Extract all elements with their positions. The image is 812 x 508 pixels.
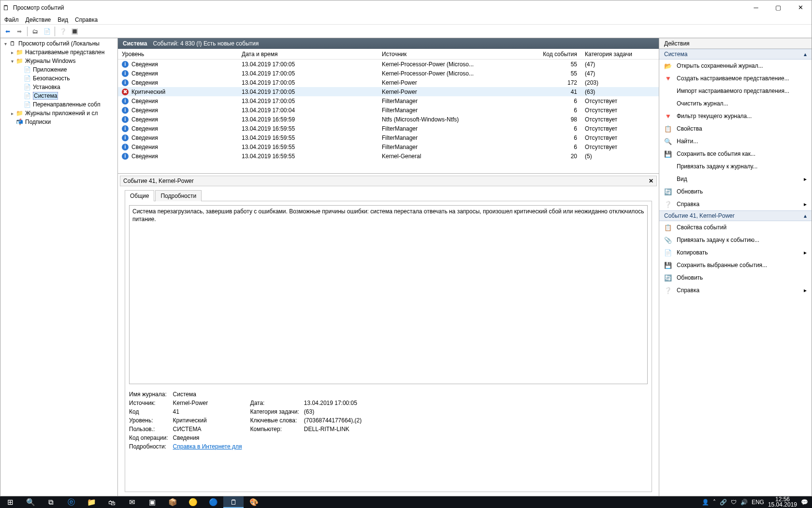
action-item[interactable]: 🔄Обновить bbox=[659, 185, 812, 198]
expand-icon[interactable]: ▾ bbox=[2, 41, 9, 46]
taskbar-eventviewer[interactable]: 🗒 bbox=[223, 496, 244, 508]
grid-body[interactable]: iСведения13.04.2019 17:00:05Kernel-Proce… bbox=[118, 60, 659, 173]
event-row[interactable]: iСведения13.04.2019 16:59:55FilterManage… bbox=[118, 124, 659, 133]
tray-volume-icon[interactable]: 🔊 bbox=[740, 499, 748, 506]
col-date[interactable]: Дата и время bbox=[238, 49, 378, 59]
tree-item[interactable]: 📄Система bbox=[0, 91, 117, 100]
event-row[interactable]: iСведения13.04.2019 16:59:55FilterManage… bbox=[118, 133, 659, 142]
taskbar-store[interactable]: 🛍 bbox=[102, 496, 122, 508]
tray-chevron-icon[interactable]: ˄ bbox=[713, 499, 716, 506]
event-properties: Имя журнала: Система Источник: Kernel-Po… bbox=[129, 390, 648, 451]
tab-general[interactable]: Общие bbox=[125, 190, 154, 201]
help-button[interactable]: ❔ bbox=[58, 26, 68, 37]
action-item[interactable]: 🔻Создать настраиваемое представление... bbox=[659, 72, 812, 85]
event-row[interactable]: iСведения13.04.2019 17:00:05Kernel-Power… bbox=[118, 78, 659, 87]
expand-icon[interactable]: ▸ bbox=[9, 50, 15, 55]
tray-network-icon[interactable]: 🔗 bbox=[720, 499, 727, 506]
action-label: Копировать bbox=[677, 249, 799, 256]
tree-item[interactable]: ▾🗒Просмотр событий (Локальны bbox=[0, 39, 117, 48]
system-tray[interactable]: 👤 ˄ 🔗 🛡 🔊 ENG 12:56 15.04.2019 💬 bbox=[702, 497, 812, 508]
col-source[interactable]: Источник bbox=[378, 49, 523, 59]
menu-file[interactable]: Файл bbox=[4, 16, 19, 23]
event-row[interactable]: iСведения13.04.2019 17:00:05Kernel-Proce… bbox=[118, 69, 659, 78]
tray-security-icon[interactable]: 🛡 bbox=[731, 499, 737, 506]
taskbar-app2[interactable]: 🟡 bbox=[183, 496, 203, 508]
expand-icon[interactable]: ▾ bbox=[9, 59, 15, 64]
tree-item[interactable]: 📄Безопасность bbox=[0, 74, 117, 83]
col-level[interactable]: Уровень bbox=[118, 49, 238, 59]
event-row[interactable]: iСведения13.04.2019 16:59:55Kernel-Gener… bbox=[118, 151, 659, 161]
taskbar-app1[interactable]: 📦 bbox=[162, 496, 183, 508]
tree-item[interactable]: 📄Приложение bbox=[0, 65, 117, 74]
minimize-button[interactable]: ─ bbox=[745, 0, 767, 15]
cell-category: Отсутствует bbox=[581, 144, 659, 150]
tray-notifications-icon[interactable]: 💬 bbox=[801, 499, 808, 506]
actions-section-event[interactable]: Событие 41, Kernel-Power▴ bbox=[659, 210, 812, 221]
search-button[interactable]: 🔍 bbox=[20, 496, 41, 508]
action-item[interactable]: 🔄Обновить bbox=[659, 271, 812, 284]
tree-item-icon: 📄 bbox=[23, 66, 31, 74]
taskbar-paint[interactable]: 🎨 bbox=[244, 496, 264, 508]
action-item[interactable]: 💾Сохранить выбранные события... bbox=[659, 259, 812, 271]
tray-clock[interactable]: 12:56 15.04.2019 bbox=[768, 497, 797, 508]
action-item[interactable]: 📄Копировать▸ bbox=[659, 246, 812, 259]
event-row[interactable]: iСведения13.04.2019 17:00:05FilterManage… bbox=[118, 96, 659, 105]
action-item[interactable]: 🔍Найти... bbox=[659, 135, 812, 148]
start-button[interactable]: ⊞ bbox=[0, 496, 20, 508]
tree-item[interactable]: 📄Перенаправленные собп bbox=[0, 100, 117, 109]
tray-language[interactable]: ENG bbox=[752, 499, 764, 506]
taskbar-terminal[interactable]: ▣ bbox=[142, 496, 162, 508]
expand-icon[interactable]: ▸ bbox=[9, 111, 15, 116]
action-item[interactable]: Вид▸ bbox=[659, 173, 812, 185]
menu-action[interactable]: Действие bbox=[26, 16, 51, 23]
menu-help[interactable]: Справка bbox=[75, 16, 98, 23]
taskbar-edge[interactable]: ⓔ bbox=[61, 496, 81, 508]
action-item[interactable]: ❔Справка▸ bbox=[659, 284, 812, 297]
detail-close-icon[interactable]: ✕ bbox=[649, 178, 653, 184]
nav-back-button[interactable]: ⬅ bbox=[2, 26, 13, 37]
event-row[interactable]: iСведения13.04.2019 17:00:04FilterManage… bbox=[118, 105, 659, 115]
action-item[interactable]: 📂Открыть сохраненный журнал... bbox=[659, 60, 812, 72]
online-help-link[interactable]: Справка в Интернете для bbox=[173, 443, 242, 450]
tray-people-icon[interactable]: 👤 bbox=[702, 499, 709, 506]
cell-source: Kernel-Power bbox=[378, 89, 523, 95]
grid-header[interactable]: Уровень Дата и время Источник Код событи… bbox=[118, 49, 659, 60]
action-item[interactable]: Привязать задачу к журналу... bbox=[659, 160, 812, 173]
properties-button[interactable]: 🔳 bbox=[69, 26, 80, 37]
action-item[interactable]: 🔻Фильтр текущего журнала... bbox=[659, 110, 812, 122]
action-item[interactable]: Очистить журнал... bbox=[659, 97, 812, 110]
show-hide-tree-button[interactable]: 🗂 bbox=[30, 26, 41, 37]
event-row[interactable]: iСведения13.04.2019 16:59:59Ntfs (Micros… bbox=[118, 115, 659, 124]
refresh-button[interactable]: 📄 bbox=[42, 26, 52, 37]
taskbar[interactable]: ⊞ 🔍 ⧉ ⓔ 📁 🛍 ✉ ▣ 📦 🟡 🔵 🗒 🎨 👤 ˄ 🔗 🛡 🔊 ENG … bbox=[0, 496, 812, 508]
actions-section-system[interactable]: Система▴ bbox=[659, 49, 812, 60]
col-category[interactable]: Категория задачи bbox=[581, 49, 659, 59]
nav-forward-button[interactable]: ➡ bbox=[14, 26, 25, 37]
event-row[interactable]: iСведения13.04.2019 16:59:55FilterManage… bbox=[118, 142, 659, 151]
close-button[interactable]: ✕ bbox=[789, 0, 812, 15]
tree-item[interactable]: 📄Установка bbox=[0, 83, 117, 91]
action-item[interactable]: ❔Справка▸ bbox=[659, 198, 812, 210]
event-row[interactable]: ✖Критический13.04.2019 17:00:05Kernel-Po… bbox=[118, 87, 659, 96]
col-code[interactable]: Код события bbox=[523, 49, 581, 59]
tree-item[interactable]: ▾📁Журналы Windows bbox=[0, 57, 117, 65]
maximize-button[interactable]: ▢ bbox=[767, 0, 789, 15]
tab-details[interactable]: Подробности bbox=[155, 190, 202, 201]
navigation-tree[interactable]: ▾🗒Просмотр событий (Локальны▸📁Настраивае… bbox=[0, 38, 118, 496]
action-item[interactable]: 📋Свойства bbox=[659, 122, 812, 135]
taskbar-explorer[interactable]: 📁 bbox=[81, 496, 102, 508]
tree-item-label: Просмотр событий (Локальны bbox=[18, 40, 100, 47]
taskbar-mail[interactable]: ✉ bbox=[122, 496, 142, 508]
action-item[interactable]: 💾Сохранить все события как... bbox=[659, 148, 812, 160]
action-item[interactable]: 📎Привязать задачу к событию... bbox=[659, 234, 812, 246]
action-item[interactable]: 📋Свойства событий bbox=[659, 221, 812, 234]
tree-item[interactable]: 📬Подписки bbox=[0, 118, 117, 126]
event-row[interactable]: iСведения13.04.2019 17:00:05Kernel-Proce… bbox=[118, 60, 659, 69]
menu-view[interactable]: Вид bbox=[58, 16, 68, 23]
taskbar-app3[interactable]: 🔵 bbox=[203, 496, 223, 508]
list-header: Система Событий: 4 830 (!) Есть новые со… bbox=[118, 38, 659, 49]
tree-item[interactable]: ▸📁Настраиваемые представлен bbox=[0, 48, 117, 57]
tree-item[interactable]: ▸📁Журналы приложений и сл bbox=[0, 109, 117, 118]
task-view-button[interactable]: ⧉ bbox=[41, 496, 61, 508]
action-item[interactable]: Импорт настраиваемого представления... bbox=[659, 85, 812, 97]
